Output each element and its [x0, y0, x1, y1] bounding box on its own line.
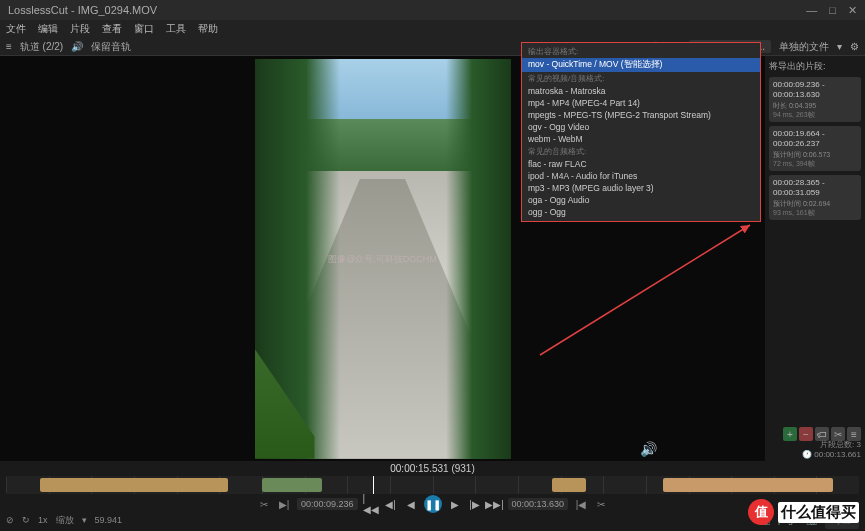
keep-audio-toggle[interactable]: 保留音轨 [91, 40, 131, 54]
segment-time: 00:00:28.365 - 00:00:31.059 [773, 178, 857, 199]
timeline: 00:00:15.531 (931) ✂ ▶| 00:00:09.236 |◀◀… [0, 461, 865, 511]
chevron-down-icon[interactable]: ▾ [837, 41, 842, 52]
tracks-label[interactable]: 轨道 (2/2) [20, 40, 63, 54]
segment-duration: 时长 0:04.395 [773, 101, 857, 110]
segment-frames: 72 ms, 394帧 [773, 159, 857, 168]
dropdown-item[interactable]: webm - WebM [522, 133, 760, 145]
segment-time: 00:00:09.236 - 00:00:13.630 [773, 80, 857, 101]
segment-card[interactable]: 00:00:19.664 - 00:00:26.237 预计时间 0:06.57… [769, 126, 861, 171]
dropdown-item[interactable]: mp4 - MP4 (MPEG-4 Part 14) [522, 97, 760, 109]
dropdown-item-selected[interactable]: mov - QuickTime / MOV (智能选择) [522, 58, 760, 72]
dropdown-header: 常见的音频格式: [522, 145, 760, 158]
window-controls: — □ ✕ [806, 4, 857, 17]
cut-start-button[interactable]: ✂ [257, 497, 271, 511]
playback-controls: ✂ ▶| 00:00:09.236 |◀◀ ◀| ◀ ❚❚ ▶ |▶ ▶▶| 0… [6, 494, 859, 514]
menu-view[interactable]: 查看 [102, 22, 122, 36]
cut-end-button[interactable]: ✂ [594, 497, 608, 511]
smzdm-text: 什么值得买 [778, 502, 859, 523]
segment-card[interactable]: 00:00:09.236 - 00:00:13.630 时长 0:04.395 … [769, 77, 861, 122]
timeline-segment[interactable] [40, 478, 228, 492]
close-icon[interactable]: ✕ [848, 4, 857, 17]
gear-icon[interactable]: ⚙ [850, 41, 859, 52]
timeline-segment[interactable] [262, 478, 322, 492]
rotate-icon[interactable]: ↻ [22, 515, 30, 525]
menu-file[interactable]: 文件 [6, 22, 26, 36]
dropdown-item[interactable]: mp3 - MP3 (MPEG audio layer 3) [522, 182, 760, 194]
in-timecode[interactable]: 00:00:09.236 [297, 498, 358, 510]
step-forward-button[interactable]: |▶ [468, 497, 482, 511]
out-timecode[interactable]: 00:00:13.630 [508, 498, 569, 510]
mark-in-button[interactable]: ▶| [277, 497, 291, 511]
dropdown-item[interactable]: mpegts - MPEG-TS (MPEG-2 Transport Strea… [522, 109, 760, 121]
timecode-current[interactable]: 00:00:15.531 (931) [6, 463, 859, 474]
minimize-icon[interactable]: — [806, 4, 817, 17]
next-keyframe-button[interactable]: ▶▶| [488, 497, 502, 511]
menu-icon[interactable]: ≡ [6, 41, 12, 52]
zoom-value[interactable]: 59.941 [95, 515, 123, 525]
menu-window[interactable]: 窗口 [134, 22, 154, 36]
video-frame: 图像@众号:可科技DGCHM [255, 59, 511, 459]
mark-out-button[interactable]: |◀ [574, 497, 588, 511]
sidebar-title: 将导出的片段: [769, 60, 861, 73]
dropdown-item[interactable]: ipod - M4A - Audio for iTunes [522, 170, 760, 182]
dropdown-item[interactable]: flac - raw FLAC [522, 158, 760, 170]
dropdown-header: 常见的视频/音频格式: [522, 72, 760, 85]
dropdown-item[interactable]: ogg - Ogg [522, 206, 760, 218]
segment-frames: 94 ms, 263帧 [773, 110, 857, 119]
maximize-icon[interactable]: □ [829, 4, 836, 17]
segment-time: 00:00:19.664 - 00:00:26.237 [773, 129, 857, 150]
watermark-text: 图像@众号:可科技DGCHM [328, 252, 437, 265]
titlebar: LosslessCut - IMG_0294.MOV — □ ✕ [0, 0, 865, 20]
dropdown-item[interactable]: ogv - Ogg Video [522, 121, 760, 133]
segment-duration: 预计时间 0:02.694 [773, 199, 857, 208]
add-segment-button[interactable]: + [783, 427, 797, 441]
segments-sidebar: 将导出的片段: 00:00:09.236 - 00:00:13.630 时长 0… [765, 56, 865, 461]
timeline-cursor[interactable] [373, 476, 374, 494]
audio-icon: 🔊 [71, 41, 83, 52]
segment-frames: 93 ms, 161帧 [773, 208, 857, 217]
menu-segment[interactable]: 片段 [70, 22, 90, 36]
dropdown-item[interactable]: opus - Ogg Opus [522, 218, 760, 222]
speed-indicator[interactable]: 1x [38, 515, 48, 525]
timeline-segment[interactable] [552, 478, 586, 492]
clock-icon: 🕐 [802, 450, 812, 459]
next-frame-button[interactable]: ▶ [448, 497, 462, 511]
smzdm-watermark: 值 什么值得买 [748, 499, 859, 525]
step-back-button[interactable]: ◀| [384, 497, 398, 511]
segment-duration: 预计时间 0:06.573 [773, 150, 857, 159]
smzdm-badge: 值 [748, 499, 774, 525]
dropdown-header: 输出容器格式: [522, 45, 760, 58]
window-title: LosslessCut - IMG_0294.MOV [8, 4, 806, 16]
prev-keyframe-button[interactable]: |◀◀ [364, 497, 378, 511]
play-pause-button[interactable]: ❚❚ [424, 495, 442, 513]
menu-edit[interactable]: 编辑 [38, 22, 58, 36]
menu-help[interactable]: 帮助 [198, 22, 218, 36]
zoom-dropdown[interactable]: ▾ [82, 515, 87, 525]
dropdown-item[interactable]: oga - Ogg Audio [522, 194, 760, 206]
zoom-label: 缩放 [56, 514, 74, 527]
menubar: 文件 编辑 片段 查看 窗口 工具 帮助 [0, 20, 865, 38]
prev-frame-button[interactable]: ◀ [404, 497, 418, 511]
segment-card[interactable]: 00:00:28.365 - 00:00:31.059 预计时间 0:02.69… [769, 175, 861, 220]
menu-tools[interactable]: 工具 [166, 22, 186, 36]
volume-icon[interactable]: 🔊 [640, 441, 657, 457]
segment-summary: 片段总数: 3 🕐 00:00:13.661 [802, 439, 861, 459]
trash-icon[interactable]: ⊘ [6, 515, 14, 525]
dropdown-item[interactable]: matroska - Matroska [522, 85, 760, 97]
separate-files-toggle[interactable]: 单独的文件 [779, 40, 829, 54]
format-dropdown-menu: 输出容器格式: mov - QuickTime / MOV (智能选择) 常见的… [521, 42, 761, 222]
timeline-segment[interactable] [663, 478, 834, 492]
timeline-track[interactable] [6, 476, 859, 494]
